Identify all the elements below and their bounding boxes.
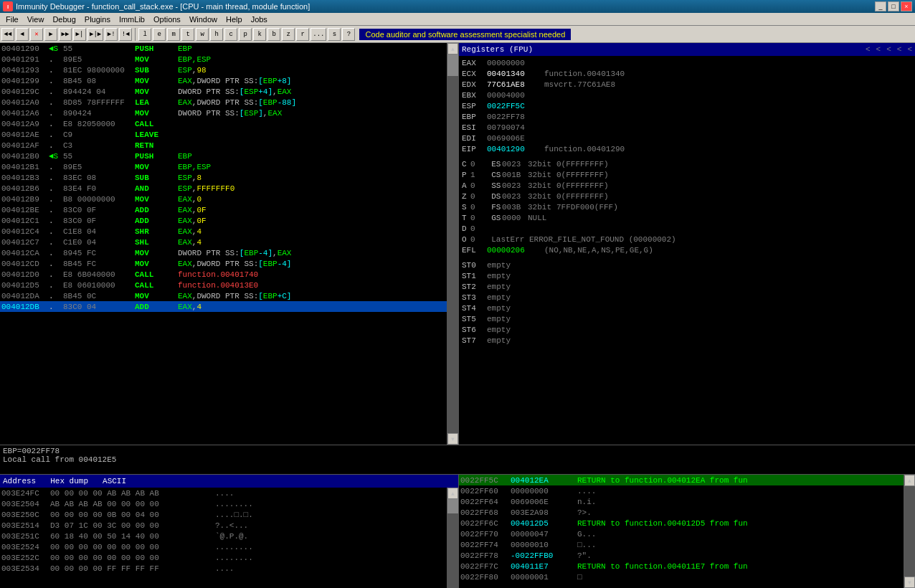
- flag-row: T0 GS0000NULL: [462, 212, 912, 223]
- registers-panel: Registers (FPU) < < < < < EAX00000000ECX…: [459, 43, 915, 445]
- status-bar-mid: EBP=0022FF78 Local call from 004012E5: [0, 445, 915, 475]
- hex-scrollbar[interactable]: ▲ ▼: [447, 488, 458, 588]
- stack-scroll-down[interactable]: ▼: [904, 577, 915, 588]
- disasm-scroll-thumb[interactable]: [447, 54, 458, 76]
- registers-nav[interactable]: < < < < <: [866, 45, 912, 54]
- hex-row: 003E250C00 00 00 00 0B 00 04 00....□.□.: [0, 509, 447, 520]
- toolbar: ◄◄ ◄ ✕ ▶ ▶▶ ▶| ▶|▶ ▶! !◄ l e m t w h c p…: [0, 26, 915, 43]
- register-row: EDI0069006E: [462, 133, 912, 143]
- disasm-row[interactable]: 004012A9.E8 82050000CALL: [0, 118, 447, 129]
- disasm-row[interactable]: 004012B1.89E5MOVEBP,ESP: [0, 161, 447, 172]
- menu-plugins[interactable]: Plugins: [80, 14, 115, 24]
- tb-s[interactable]: s: [328, 28, 341, 41]
- tb-w[interactable]: w: [196, 28, 209, 41]
- hex-row: 003E253400 00 00 00 FF FF FF FF....: [0, 563, 447, 574]
- stack-scrollbar[interactable]: ▲ ▼: [904, 475, 915, 588]
- hex-col-address: Address: [3, 477, 36, 485]
- tb-t[interactable]: t: [181, 28, 194, 41]
- disasm-row[interactable]: 004012D0.E8 6B040000CALLfunction.0040174…: [0, 269, 447, 280]
- disasm-row[interactable]: 004012DB.83C0 04ADDEAX,4: [0, 301, 447, 312]
- tb-help[interactable]: ?: [342, 28, 355, 41]
- tb-rewind[interactable]: ◄◄: [1, 28, 14, 41]
- window-controls[interactable]: _ □ ×: [875, 1, 912, 11]
- menu-file[interactable]: File: [1, 14, 23, 24]
- disasm-row[interactable]: 004012A0.8D85 78FFFFFFLEAEAX,DWORD PTR S…: [0, 97, 447, 108]
- tb-p[interactable]: p: [239, 28, 252, 41]
- disasm-row[interactable]: 004012B6.83E4 F0ANDESP,FFFFFFF0: [0, 183, 447, 194]
- eip-row: EIP00401290function.00401290: [462, 143, 912, 154]
- fpu-row: ST6empty: [462, 324, 912, 335]
- minimize-button[interactable]: _: [875, 1, 886, 11]
- stack-scroll-up[interactable]: ▲: [904, 475, 915, 486]
- disasm-row[interactable]: 004012C4.C1E8 04SHREAX,4: [0, 226, 447, 237]
- disasm-row[interactable]: 004012AF.C3RETN: [0, 140, 447, 151]
- menu-view[interactable]: View: [23, 14, 49, 24]
- disasm-row[interactable]: 0040129C.894424 04MOVDWORD PTR SS:[ESP+4…: [0, 86, 447, 97]
- tb-c[interactable]: c: [224, 28, 237, 41]
- disasm-row[interactable]: 004012C7.C1E0 04SHLEAX,4: [0, 237, 447, 247]
- registers-header: Registers (FPU) < < < < <: [459, 43, 915, 56]
- tb-step-back[interactable]: ◄: [16, 28, 29, 41]
- tb-h[interactable]: h: [210, 28, 223, 41]
- stack-row: 0022FF7400000010□...: [459, 539, 904, 550]
- hex-scroll-up[interactable]: ▲: [447, 488, 458, 499]
- menu-help[interactable]: Help: [222, 14, 247, 24]
- disasm-row[interactable]: 004012DA.8B45 0CMOVEAX,DWORD PTR SS:[EBP…: [0, 290, 447, 301]
- disasm-row[interactable]: 00401293.81EC 98000000SUBESP,98: [0, 65, 447, 75]
- tb-run-to-call[interactable]: ▶|▶: [87, 28, 103, 41]
- efl-row: EFL00000206(NO,NB,NE,A,NS,PE,GE,G): [462, 245, 912, 255]
- register-row: EDX77C61AE8msvcrt.77C61AE8: [462, 79, 912, 90]
- disasm-row[interactable]: 004012CD.8B45 FCMOVEAX,DWORD PTR SS:[EBP…: [0, 258, 447, 269]
- tb-z[interactable]: z: [282, 28, 295, 41]
- disasm-scroll-up[interactable]: ▲: [447, 43, 458, 54]
- menu-debug[interactable]: Debug: [48, 14, 80, 24]
- stack-row: 0022FF5C004012EARETURN to function.00401…: [459, 475, 904, 485]
- menu-immlib[interactable]: ImmLib: [115, 14, 149, 24]
- tb-dots[interactable]: ...: [310, 28, 326, 41]
- hex-row: 003E252400 00 00 00 00 00 00 00........: [0, 541, 447, 552]
- hex-scroll-thumb[interactable]: [447, 499, 458, 513]
- disasm-row[interactable]: 004012B3.83EC 08SUBESP,8: [0, 172, 447, 183]
- register-row: ESI00790074: [462, 122, 912, 133]
- tb-run[interactable]: ▶: [44, 28, 57, 41]
- tb-step-over[interactable]: ▶|: [73, 28, 86, 41]
- disasm-row[interactable]: 00401290◄S55PUSHEBP: [0, 43, 447, 54]
- toolbar-label: Code auditor and software assessment spe…: [359, 29, 571, 40]
- tb-trace-into[interactable]: ▶!: [105, 28, 118, 41]
- registers-title: Registers (FPU): [462, 45, 533, 54]
- disasm-row[interactable]: 00401299.8B45 08MOVEAX,DWORD PTR SS:[EBP…: [0, 75, 447, 86]
- tb-stop[interactable]: ✕: [30, 28, 43, 41]
- stack-row: 0022FF68003E2A98?>.: [459, 507, 904, 518]
- close-button[interactable]: ×: [901, 1, 912, 11]
- tb-run-fast[interactable]: ▶▶: [59, 28, 72, 41]
- flag-row: P1 CS001B32bit0(FFFFFFFF): [462, 169, 912, 180]
- hex-row: 003E252C00 00 00 00 00 00 00 00........: [0, 552, 447, 563]
- hex-row: 003E2514D3 07 1C 00 3C 00 00 00?..<...: [0, 520, 447, 531]
- disasm-scroll-down[interactable]: ▼: [447, 433, 458, 445]
- menu-options[interactable]: Options: [149, 14, 185, 24]
- disasm-row[interactable]: 004012AE.C9LEAVE: [0, 129, 447, 140]
- disasm-row[interactable]: 00401291.89E5MOVEBP,ESP: [0, 54, 447, 65]
- disasm-scrollbar[interactable]: ▲ ▼: [447, 43, 458, 445]
- tb-r[interactable]: r: [296, 28, 309, 41]
- tb-m[interactable]: m: [167, 28, 180, 41]
- tb-k[interactable]: k: [253, 28, 266, 41]
- menu-jobs[interactable]: Jobs: [247, 14, 272, 24]
- hex-col-ascii: ASCII: [103, 477, 126, 485]
- stack-panel: 0022FF5C004012EARETURN to function.00401…: [459, 475, 915, 588]
- menu-window[interactable]: Window: [185, 14, 222, 24]
- disasm-row[interactable]: 004012B9.B8 00000000MOVEAX,0: [0, 194, 447, 204]
- tb-trace-over[interactable]: !◄: [119, 28, 132, 41]
- disasm-row[interactable]: 004012C1.83C0 0FADDEAX,0F: [0, 215, 447, 226]
- disasm-row[interactable]: 004012BE.83C0 0FADDEAX,0F: [0, 204, 447, 215]
- oflag-row: O0 LastErr ERROR_FILE_NOT_FOUND (0000000…: [462, 234, 912, 245]
- tb-l[interactable]: l: [138, 28, 151, 41]
- disasm-row[interactable]: 004012A6.890424MOVDWORD PTR SS:[ESP],EAX: [0, 108, 447, 118]
- disasm-row[interactable]: 004012D5.E8 06010000CALLfunction.004013E…: [0, 280, 447, 290]
- register-row: EBX00004000: [462, 90, 912, 100]
- restore-button[interactable]: □: [888, 1, 899, 11]
- tb-e[interactable]: e: [153, 28, 166, 41]
- disasm-row[interactable]: 004012B0◄S55PUSHEBP: [0, 151, 447, 161]
- disasm-row[interactable]: 004012CA.8945 FCMOVDWORD PTR SS:[EBP-4],…: [0, 247, 447, 258]
- tb-b[interactable]: b: [267, 28, 280, 41]
